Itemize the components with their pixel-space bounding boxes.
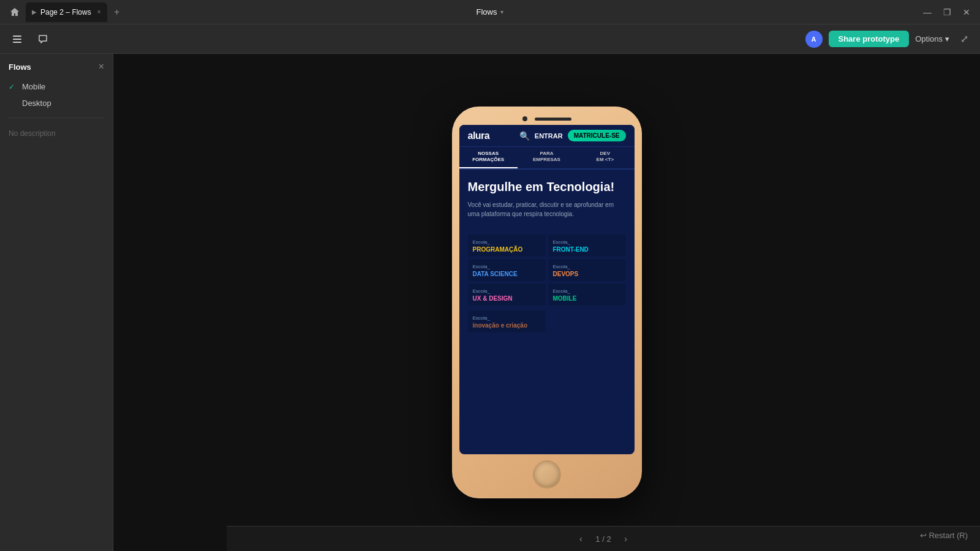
sidebar-item-mobile[interactable]: ✓ Mobile (0, 78, 113, 95)
phone-speaker-bar (535, 118, 571, 121)
top-bar-left: ▶ Page 2 – Flows × + (6, 2, 124, 22)
prev-page-button[interactable]: ‹ (573, 531, 588, 546)
maximize-button[interactable]: ❐ (940, 5, 954, 20)
escola-partial-name: inovação e criação (473, 322, 541, 329)
phone-device: alura 🔍 ENTRAR MATRICULE-SE NOSSASFORMAÇ… (452, 107, 642, 498)
next-page-button[interactable]: › (619, 531, 633, 546)
close-button[interactable]: ✕ (959, 5, 974, 20)
sidebar-title: Flows (9, 62, 31, 72)
escola-card-programacao[interactable]: Escola_ PROGRAMAÇÃO (468, 234, 546, 257)
escola-label-uxdesign: Escola_ (473, 288, 541, 294)
svg-rect-2 (13, 42, 21, 43)
top-bar: ▶ Page 2 – Flows × + Flows ▾ — ❐ ✕ (0, 0, 980, 24)
sidebar-close-button[interactable]: × (99, 61, 104, 72)
sidebar: Flows × ✓ Mobile Desktop No description (0, 54, 113, 551)
comment-icon-button[interactable] (33, 29, 53, 49)
svg-rect-0 (13, 36, 21, 37)
canvas: alura 🔍 ENTRAR MATRICULE-SE NOSSASFORMAÇ… (113, 54, 980, 551)
escola-card-datascience[interactable]: Escola_ DATA SCIENCE (468, 259, 546, 281)
screen-hero: Mergulhe em Tecnologia! Você vai estudar… (459, 170, 635, 234)
add-tab-button[interactable]: + (110, 5, 124, 20)
sidebar-item-label-mobile: Mobile (22, 82, 45, 91)
phone-camera-dot (522, 116, 527, 121)
escola-card-frontend[interactable]: Escola_ FRONT-END (548, 234, 626, 257)
escola-label-frontend: Escola_ (553, 239, 621, 245)
escola-label-partial: Escola_ (473, 315, 541, 321)
layers-icon-button[interactable] (7, 29, 27, 49)
fullscreen-button[interactable]: ⤢ (956, 31, 973, 48)
main-layout: Flows × ✓ Mobile Desktop No description (0, 54, 980, 551)
active-tab[interactable]: ▶ Page 2 – Flows × (26, 2, 107, 22)
top-bar-center: Flows ▾ (477, 7, 504, 17)
escola-label-datascience: Escola_ (473, 264, 541, 269)
escola-label-mobile: Escola_ (553, 288, 621, 294)
escola-card-partial[interactable]: Escola_ inovação e criação (468, 310, 546, 332)
flow-name: Flows (477, 7, 497, 17)
screen-entrar: ENTRAR (535, 132, 563, 140)
avatar: A (805, 31, 823, 48)
share-prototype-button[interactable]: Share prototype (829, 31, 910, 47)
toolbar-left (7, 29, 53, 49)
escola-name-datascience: DATA SCIENCE (473, 271, 541, 277)
escola-name-mobile: MOBILE (553, 295, 621, 302)
phone-bottom-area (459, 454, 635, 491)
screen-matricule-button[interactable]: MATRICULE-SE (568, 130, 626, 141)
sidebar-divider (9, 118, 104, 118)
phone-wrapper: alura 🔍 ENTRAR MATRICULE-SE NOSSASFORMAÇ… (452, 107, 642, 498)
no-description-text: No description (0, 124, 113, 143)
escola-card-uxdesign[interactable]: Escola_ UX & DESIGN (468, 283, 546, 305)
mobile-check-icon: ✓ (9, 83, 17, 91)
screen-logo: alura (468, 130, 490, 141)
escola-label-devops: Escola_ (553, 264, 621, 269)
menu-item-empresas[interactable]: PARAEMPRESAS (518, 147, 576, 168)
sidebar-item-desktop[interactable]: Desktop (0, 95, 113, 111)
menu-item-formacoes[interactable]: NOSSASFORMAÇÕES (459, 147, 518, 168)
flow-dropdown-icon[interactable]: ▾ (500, 9, 503, 15)
screen-search-icon: 🔍 (519, 131, 530, 141)
svg-rect-1 (13, 39, 21, 40)
home-button[interactable] (6, 4, 23, 21)
screen-nav-right: 🔍 ENTRAR MATRICULE-SE (519, 130, 626, 141)
menu-item-dev[interactable]: DEVEM <T> (576, 147, 634, 168)
escola-card-devops[interactable]: Escola_ DEVOPS (548, 259, 626, 281)
screen-nav: alura 🔍 ENTRAR MATRICULE-SE (459, 125, 635, 147)
toolbar-right: A Share prototype Options ▾ ⤢ (805, 31, 973, 48)
screen-menu: NOSSASFORMAÇÕES PARAEMPRESAS DEVEM <T> (459, 147, 635, 170)
phone-home-button[interactable] (533, 460, 561, 489)
toolbar: A Share prototype Options ▾ ⤢ (0, 24, 980, 54)
tab-play-icon: ▶ (32, 9, 37, 15)
minimize-button[interactable]: — (920, 5, 935, 20)
restart-button[interactable]: ↩ Restart (R) (920, 531, 968, 540)
options-button[interactable]: Options ▾ (915, 34, 949, 43)
tab-label: Page 2 – Flows (40, 8, 91, 17)
bottom-nav: ‹ 1 / 2 › (227, 526, 980, 551)
screen-hero-title: Mergulhe em Tecnologia! (468, 179, 626, 194)
page-info: 1 / 2 (595, 534, 611, 544)
escola-name-frontend: FRONT-END (553, 246, 621, 253)
phone-screen: alura 🔍 ENTRAR MATRICULE-SE NOSSASFORMAÇ… (459, 125, 635, 454)
top-bar-right: — ❐ ✕ (920, 5, 974, 20)
escola-grid: Escola_ PROGRAMAÇÃO Escola_ FRONT-END Es… (459, 234, 635, 310)
escola-name-programacao: PROGRAMAÇÃO (473, 246, 541, 253)
sidebar-header: Flows × (0, 61, 113, 78)
sidebar-item-label-desktop: Desktop (22, 99, 51, 108)
tab-close-icon[interactable]: × (97, 9, 101, 15)
escola-extra: Escola_ inovação e criação (459, 310, 635, 337)
escola-label-programacao: Escola_ (473, 239, 541, 245)
escola-name-devops: DEVOPS (553, 271, 621, 277)
phone-camera-area (459, 114, 635, 125)
escola-card-mobile[interactable]: Escola_ MOBILE (548, 283, 626, 305)
escola-name-uxdesign: UX & DESIGN (473, 295, 541, 302)
screen-hero-subtitle: Você vai estudar, praticar, discutir e s… (468, 200, 626, 219)
